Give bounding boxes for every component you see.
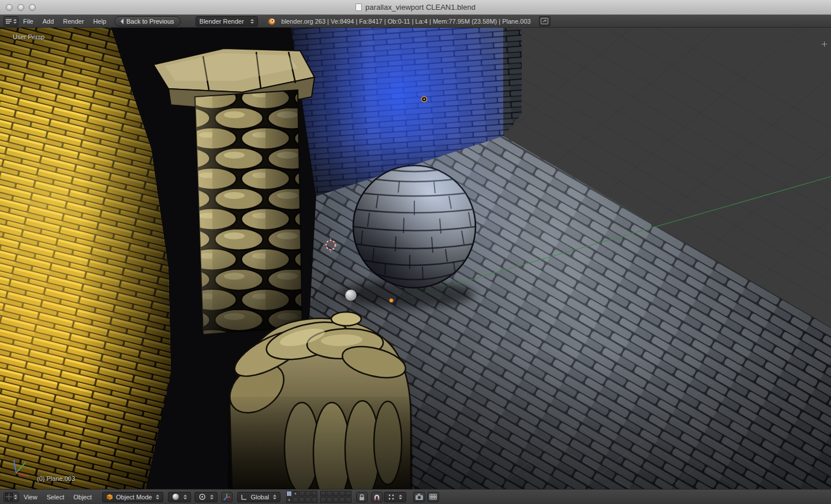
info-editor-icon <box>5 18 12 25</box>
menu-select[interactable]: Select <box>42 494 69 501</box>
pivot-center-icon <box>199 493 206 501</box>
layer-toggle[interactable] <box>312 497 317 503</box>
layer-toggle[interactable] <box>286 497 292 503</box>
snap-element-dropdown[interactable] <box>384 492 406 502</box>
opengl-render-anim-button[interactable] <box>427 492 439 502</box>
titlebar: parallax_viewport CLEAN1.blend <box>0 0 831 15</box>
view-name-label: User Persp <box>13 33 44 40</box>
view3d-editor-icon <box>5 493 13 501</box>
dropdown-arrows-icon <box>250 19 254 24</box>
menu-render[interactable]: Render <box>58 18 88 25</box>
dropdown-arrows-icon <box>273 495 276 499</box>
dropdown-arrows-icon <box>210 495 214 499</box>
expand-region-icon[interactable] <box>821 40 828 48</box>
object-mode-cube-icon <box>106 494 113 501</box>
dropdown-arrows-icon <box>156 495 159 499</box>
layer-toggle[interactable] <box>327 497 332 503</box>
screen-layout-icon[interactable] <box>539 16 551 27</box>
layer-toggle[interactable] <box>305 491 311 497</box>
editor-type-selector[interactable] <box>3 16 18 27</box>
manipulator-toggle-button[interactable] <box>221 492 233 502</box>
layer-toggle[interactable] <box>320 497 326 503</box>
layer-toggle[interactable] <box>293 491 298 497</box>
blender-window: parallax_viewport CLEAN1.blend File Add … <box>0 0 831 504</box>
mode-selector-dropdown[interactable]: Object Mode <box>102 492 163 502</box>
layer-toggle[interactable] <box>293 497 298 503</box>
layer-toggle[interactable] <box>305 497 311 503</box>
viewport-shading-dropdown[interactable] <box>168 492 191 502</box>
layer-toggle[interactable] <box>299 491 305 497</box>
layer-toggle[interactable] <box>327 491 332 497</box>
zoom-button[interactable] <box>29 4 36 11</box>
layer-toggle[interactable] <box>339 491 345 497</box>
opengl-render-button[interactable] <box>413 492 425 502</box>
menu-add[interactable]: Add <box>38 18 59 25</box>
orientation-icon <box>241 494 248 500</box>
film-icon <box>429 493 437 501</box>
layer-toggle[interactable] <box>320 491 326 497</box>
view3d-header: View Select Object Object Mode <box>0 489 831 504</box>
dropdown-arrows-icon <box>399 495 402 499</box>
layer-toggle[interactable] <box>346 491 351 497</box>
render-engine-dropdown[interactable]: Blender Render <box>196 16 258 27</box>
selector-arrows-icon <box>13 19 17 24</box>
viewport-canvas[interactable]: User Persp (0) Plane.003 <box>0 28 831 489</box>
pivot-point-dropdown[interactable] <box>194 492 218 502</box>
back-arrow-icon <box>121 18 123 24</box>
magnet-icon <box>373 493 381 501</box>
lock-icon <box>358 493 366 501</box>
editor-type-selector[interactable] <box>3 492 19 502</box>
menu-help[interactable]: Help <box>88 18 111 25</box>
layer-toggle[interactable] <box>346 497 351 503</box>
layer-toggle[interactable] <box>312 491 317 497</box>
active-object-label: (0) Plane.003 <box>37 475 75 482</box>
selector-arrows-icon <box>14 495 17 499</box>
layer-toggle[interactable] <box>339 497 345 503</box>
info-header: File Add Render Help Back to Previous Bl… <box>0 15 831 28</box>
camera-icon <box>415 493 424 501</box>
traffic-lights <box>6 4 36 11</box>
menu-view[interactable]: View <box>19 494 42 501</box>
close-button[interactable] <box>6 4 13 11</box>
scene-render <box>0 28 831 489</box>
scene-statistics: blender.org 263 | Ve:8494 | Fa:8417 | Ob… <box>282 18 531 25</box>
document-icon <box>355 3 362 11</box>
menu-file[interactable]: File <box>18 18 38 25</box>
layer-toggle[interactable] <box>333 491 339 497</box>
layers-widget[interactable] <box>286 491 351 503</box>
transform-orientation-dropdown[interactable]: Global <box>237 492 280 502</box>
blender-logo-icon <box>266 17 276 26</box>
snap-increment-icon <box>388 494 395 501</box>
shading-sphere-icon <box>172 493 179 501</box>
menu-object[interactable]: Object <box>69 494 96 501</box>
back-to-previous-button[interactable]: Back to Previous <box>114 16 181 27</box>
snap-toggle-button[interactable] <box>371 492 383 502</box>
layer-toggle[interactable] <box>333 497 339 503</box>
layer-toggle[interactable] <box>299 497 305 503</box>
manipulator-axis-icon <box>223 493 231 501</box>
dropdown-arrows-icon <box>184 495 187 499</box>
window-title: parallax_viewport CLEAN1.blend <box>365 3 476 12</box>
lock-to-scene-button[interactable] <box>356 492 368 502</box>
minimize-button[interactable] <box>17 4 24 11</box>
layer-toggle[interactable] <box>286 491 292 497</box>
